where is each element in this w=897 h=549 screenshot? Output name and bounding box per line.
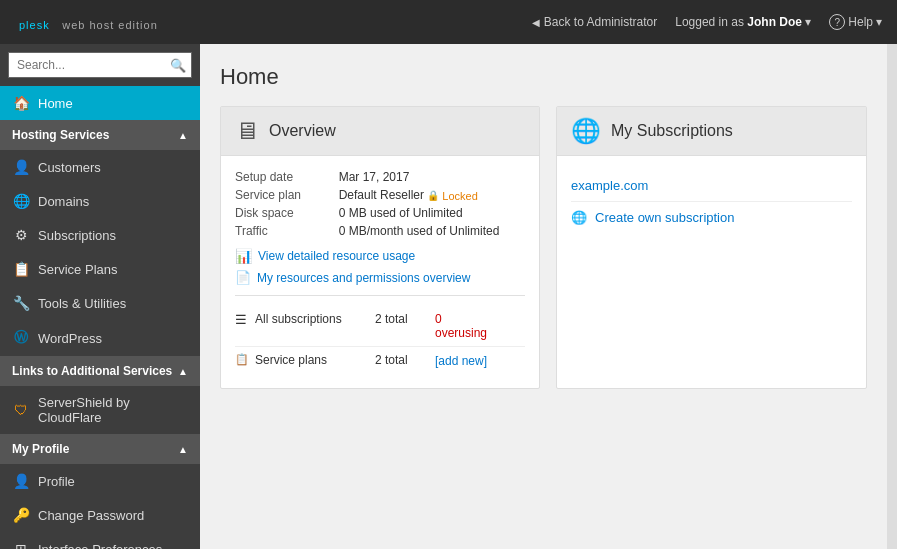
sidebar-item-servershield[interactable]: 🛡 ServerShield by CloudFlare [0, 386, 200, 434]
add-new-link[interactable]: [add new] [435, 354, 487, 368]
sidebar-item-subscriptions[interactable]: ⚙ Subscriptions [0, 218, 200, 252]
sidebar-item-service-plans[interactable]: 📋 Service Plans [0, 252, 200, 286]
subscriptions-card-header: 🌐 My Subscriptions [557, 107, 866, 156]
sidebar-item-domains[interactable]: 🌐 Domains [0, 184, 200, 218]
main-content: Home 🖥 Overview Setup date Mar 17, 2017 … [200, 44, 887, 549]
service-plans-stat-label: Service plans [255, 353, 375, 367]
sidebar-item-home[interactable]: 🏠 Home [0, 86, 200, 120]
overview-card: 🖥 Overview Setup date Mar 17, 2017 Servi… [220, 106, 540, 389]
logged-in-label: Logged in as John Doe ▾ [675, 15, 811, 29]
cards-row: 🖥 Overview Setup date Mar 17, 2017 Servi… [220, 106, 867, 389]
sidebar-item-interface-preferences[interactable]: ⊞ Interface Preferences [0, 532, 200, 549]
section-header-my-profile[interactable]: My Profile ▲ [0, 434, 200, 464]
info-grid: Setup date Mar 17, 2017 Service plan Def… [235, 170, 525, 238]
permissions-row: 📄 My resources and permissions overview [235, 270, 525, 285]
sidebar-item-wordpress[interactable]: Ⓦ WordPress [0, 320, 200, 356]
permissions-link[interactable]: My resources and permissions overview [257, 271, 470, 285]
overview-card-header: 🖥 Overview [221, 107, 539, 156]
servershield-icon: 🛡 [12, 402, 30, 418]
app-header: plesk web host edition Back to Administr… [0, 0, 897, 44]
locked-badge: Locked [427, 190, 477, 202]
divider [235, 295, 525, 296]
traffic-value: 0 MB/month used of Unlimited [339, 224, 525, 238]
resource-usage-row: 📊 View detailed resource usage [235, 248, 525, 264]
globe-icon: 🌐 [571, 117, 601, 145]
chevron-icon-2: ▲ [178, 366, 188, 377]
create-globe-icon: 🌐 [571, 210, 587, 225]
search-wrap: 🔍 [8, 52, 192, 78]
traffic-label: Traffic [235, 224, 327, 238]
disk-space-value: 0 MB used of Unlimited [339, 206, 525, 220]
doc-icon: 📄 [235, 270, 251, 285]
create-subscription-link[interactable]: Create own subscription [595, 210, 734, 225]
add-new-link-wrap: [add new] [435, 353, 487, 368]
subscriptions-stat-label: All subscriptions [255, 312, 375, 326]
interface-icon: ⊞ [12, 541, 30, 549]
subscriptions-card: 🌐 My Subscriptions example.com 🌐 Create … [556, 106, 867, 389]
help-button[interactable]: Help ▾ [829, 14, 882, 30]
service-plans-icon: 📋 [12, 261, 30, 277]
monitor-icon: 🖥 [235, 117, 259, 145]
section-header-hosting-services[interactable]: Hosting Services ▲ [0, 120, 200, 150]
subscriptions-stat-count: 2 total [375, 312, 435, 326]
header-right: Back to Administrator Logged in as John … [532, 14, 882, 30]
setup-date-value: Mar 17, 2017 [339, 170, 525, 184]
search-box: 🔍 [0, 44, 200, 86]
sidebar-item-change-password[interactable]: 🔑 Change Password [0, 498, 200, 532]
subscription-link-row: example.com [571, 170, 852, 202]
sidebar-item-customers[interactable]: 👤 Customers [0, 150, 200, 184]
plesk-logo: plesk web host edition [15, 11, 158, 34]
wordpress-icon: Ⓦ [12, 329, 30, 347]
subscription-link[interactable]: example.com [571, 178, 648, 193]
sidebar-item-profile[interactable]: 👤 Profile [0, 464, 200, 498]
section-header-links-additional[interactable]: Links to Additional Services ▲ [0, 356, 200, 386]
customers-icon: 👤 [12, 159, 30, 175]
page-title: Home [220, 64, 867, 90]
subscriptions-icon: ⚙ [12, 227, 30, 243]
domains-icon: 🌐 [12, 193, 30, 209]
search-input[interactable] [8, 52, 192, 78]
overview-card-body: Setup date Mar 17, 2017 Service plan Def… [221, 156, 539, 388]
resource-usage-link[interactable]: View detailed resource usage [258, 249, 415, 263]
password-icon: 🔑 [12, 507, 30, 523]
subscriptions-card-body: example.com 🌐 Create own subscription [557, 156, 866, 247]
chart-icon: 📊 [235, 248, 252, 264]
scroll-track [887, 44, 897, 549]
service-plans-stat-count: 2 total [375, 353, 435, 367]
tools-icon: 🔧 [12, 295, 30, 311]
service-plans-stat-icon: 📋 [235, 353, 255, 366]
profile-icon: 👤 [12, 473, 30, 489]
main-wrap: 🔍 🏠 Home Hosting Services ▲ 👤 Customers … [0, 44, 897, 549]
create-subscription-row: 🌐 Create own subscription [571, 202, 852, 233]
subscriptions-stat-icon: ☰ [235, 312, 255, 327]
overusing-value: 0 overusing [435, 312, 487, 340]
setup-date-label: Setup date [235, 170, 327, 184]
sidebar-item-tools-utilities[interactable]: 🔧 Tools & Utilities [0, 286, 200, 320]
search-icon[interactable]: 🔍 [170, 58, 186, 73]
disk-space-label: Disk space [235, 206, 327, 220]
sidebar: 🔍 🏠 Home Hosting Services ▲ 👤 Customers … [0, 44, 200, 549]
service-plan-value: Default Reseller Locked [339, 188, 525, 202]
header-left: plesk web host edition [15, 11, 158, 34]
back-to-admin-button[interactable]: Back to Administrator [532, 15, 657, 29]
home-icon: 🏠 [12, 95, 30, 111]
service-plan-label: Service plan [235, 188, 327, 202]
stats-row-subscriptions: ☰ All subscriptions 2 total 0 overusing [235, 306, 525, 347]
stats-row-service-plans: 📋 Service plans 2 total [add new] [235, 347, 525, 374]
chevron-icon-3: ▲ [178, 444, 188, 455]
chevron-icon: ▲ [178, 130, 188, 141]
